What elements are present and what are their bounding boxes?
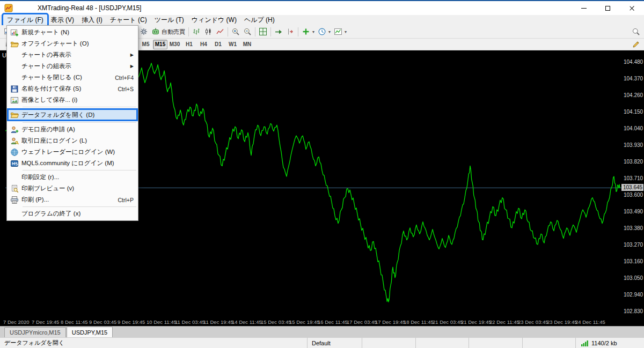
menu-insert[interactable]: 挿入 (I) bbox=[78, 15, 106, 25]
file-menu-item-8[interactable]: データフォルダを開く (D) bbox=[7, 108, 138, 121]
timeframe-w1[interactable]: W1 bbox=[225, 40, 240, 49]
menu-charts[interactable]: チャート (C) bbox=[106, 15, 151, 25]
maximize-button[interactable] bbox=[596, 1, 620, 15]
time-tick-label: 11 Dec 03:45 bbox=[175, 319, 205, 325]
maximize-icon bbox=[605, 6, 610, 11]
file-menu-item-3[interactable]: チャートの組表示▶ bbox=[7, 61, 138, 72]
minimize-icon bbox=[581, 8, 587, 9]
menu-view[interactable]: 表示 (V) bbox=[47, 15, 78, 25]
templates-button[interactable]: ▾ bbox=[332, 26, 348, 37]
timeframe-h1[interactable]: H1 bbox=[182, 40, 196, 49]
menu-item-label: 印刷プレビュー (v) bbox=[21, 184, 134, 192]
status-hint-text: データフォルダを開く bbox=[0, 338, 307, 348]
file-menu-item-12[interactable]: ウェブトレーダーにログイン (W) bbox=[7, 146, 138, 158]
menu-window[interactable]: ウィンドウ (W) bbox=[188, 15, 240, 25]
account-new-icon-slot bbox=[7, 125, 21, 134]
menu-item-label: チャートを閉じる (C) bbox=[21, 73, 111, 82]
time-axis[interactable]: 7 Dec 20207 Dec 19:458 Dec 11:459 Dec 03… bbox=[0, 318, 644, 326]
bar-chart-button[interactable] bbox=[191, 26, 202, 37]
file-menu-item-11[interactable]: 取引口座にログイン (L) bbox=[7, 135, 138, 146]
search-icon bbox=[632, 27, 640, 36]
candlestick-chart-button[interactable] bbox=[202, 26, 214, 37]
status-profile[interactable]: Default bbox=[307, 338, 362, 348]
auto-scroll-icon bbox=[274, 27, 283, 36]
time-tick-label: 9 Dec 03:45 bbox=[89, 319, 116, 325]
timeframe-mn[interactable]: MN bbox=[240, 40, 254, 49]
price-tick-label: 103.380 bbox=[624, 225, 643, 231]
zoom-in-button[interactable] bbox=[230, 26, 241, 37]
auto-scroll-button[interactable] bbox=[273, 26, 284, 37]
price-axis[interactable]: 104.480104.370104.260104.150104.040103.9… bbox=[621, 51, 644, 317]
save-icon-slot bbox=[7, 85, 21, 93]
menu-tools[interactable]: ツール (T) bbox=[151, 15, 188, 25]
edit-button[interactable] bbox=[630, 39, 642, 50]
time-tick-label: 16 Dec 11:45 bbox=[318, 319, 348, 325]
dropdown-caret-icon: ▾ bbox=[312, 29, 314, 34]
autotrading-button[interactable]: 自動売買 bbox=[150, 26, 187, 37]
periods-button[interactable]: ▾ bbox=[316, 26, 332, 37]
account-login-icon bbox=[10, 137, 19, 145]
indicators-button[interactable]: ▾ bbox=[300, 26, 316, 37]
price-tick-label: 103.050 bbox=[624, 275, 643, 281]
status-empty-segment bbox=[362, 338, 415, 348]
open-folder-icon bbox=[10, 110, 19, 119]
tile-windows-button[interactable] bbox=[257, 26, 269, 37]
status-connection: 1140/2 kb bbox=[575, 338, 644, 348]
options-button[interactable] bbox=[138, 26, 150, 37]
time-tick-label: 23 Dec 03:45 bbox=[518, 319, 548, 325]
file-menu-item-19[interactable]: プログラムの終了 (x) bbox=[7, 208, 138, 219]
timeframe-m30[interactable]: M30 bbox=[167, 40, 182, 49]
new-chart-icon bbox=[10, 28, 19, 37]
file-menu-item-1[interactable]: オフラインチャート (O) bbox=[7, 38, 138, 49]
menu-separator bbox=[23, 107, 136, 107]
menu-item-label: 画像として保存... (i) bbox=[21, 96, 134, 104]
file-menu-item-17[interactable]: 印刷 (P)...Ctrl+P bbox=[7, 194, 138, 205]
menu-item-shortcut: Ctrl+P bbox=[118, 197, 134, 203]
menu-item-label: デモ口座の申請 (A) bbox=[21, 125, 134, 134]
file-menu-item-10[interactable]: デモ口座の申請 (A) bbox=[7, 124, 138, 135]
printer-icon bbox=[10, 196, 19, 204]
file-menu-item-4[interactable]: チャートを閉じる (C)Ctrl+F4 bbox=[7, 72, 138, 83]
close-button[interactable] bbox=[620, 1, 644, 15]
file-menu-item-16[interactable]: 印刷プレビュー (v) bbox=[7, 183, 138, 194]
webtrader-icon-slot bbox=[7, 148, 21, 157]
dropdown-caret-icon: ▾ bbox=[345, 29, 347, 34]
open-folder-icon-slot bbox=[7, 110, 21, 119]
file-menu-item-6[interactable]: 画像として保存... (i) bbox=[7, 94, 138, 106]
price-tick-label: 104.480 bbox=[624, 59, 643, 65]
minimize-button[interactable] bbox=[572, 1, 596, 15]
line-chart-button[interactable] bbox=[214, 26, 226, 37]
search-button[interactable] bbox=[630, 26, 642, 37]
file-menu-item-0[interactable]: 新規チャート (N) bbox=[7, 27, 138, 38]
timeframe-m5[interactable]: M5 bbox=[138, 40, 153, 49]
file-menu-item-2[interactable]: チャートの再表示▶ bbox=[7, 49, 138, 61]
chart-tab-1[interactable]: USDJPY,M15 bbox=[67, 327, 113, 337]
timeframe-m15[interactable]: M15 bbox=[153, 40, 167, 49]
current-price-badge: 103.645 bbox=[621, 184, 643, 191]
time-tick-label: 14 Dec 11:45 bbox=[232, 319, 262, 325]
toolbar-separator bbox=[298, 27, 298, 36]
price-tick-label: 102.940 bbox=[624, 292, 643, 298]
menu-separator bbox=[23, 206, 136, 207]
menu-help[interactable]: ヘルプ (H) bbox=[240, 15, 279, 25]
periods-icon bbox=[318, 27, 326, 36]
zoom-out-icon bbox=[243, 27, 252, 36]
zoom-out-button[interactable] bbox=[241, 26, 253, 37]
chart-shift-button[interactable] bbox=[284, 26, 296, 37]
time-tick-label: 10 Dec 11:45 bbox=[147, 319, 177, 325]
chart-tab-0[interactable]: USDJPYmicro,M15 bbox=[4, 327, 66, 337]
menu-item-label: 取引口座にログイン (L) bbox=[21, 137, 134, 145]
file-menu-item-13[interactable]: MQL5.community にログイン (M) bbox=[7, 158, 138, 169]
toolbar-separator bbox=[228, 27, 228, 36]
timeframe-d1[interactable]: D1 bbox=[211, 40, 225, 49]
save-icon bbox=[10, 85, 19, 93]
file-menu-item-15[interactable]: 印刷設定 (r)... bbox=[7, 172, 138, 183]
time-tick-label: 15 Dec 19:45 bbox=[289, 319, 320, 325]
file-menu-item-5[interactable]: 名前を付けて保存 (S)Ctrl+S bbox=[7, 83, 138, 94]
app-window: XMTrading-Real 48 - [USDJPY,M15] ファイル (F… bbox=[0, 0, 644, 348]
menu-item-label: プログラムの終了 (x) bbox=[21, 210, 134, 218]
status-empty-segment bbox=[522, 338, 576, 348]
menu-file[interactable]: ファイル (F) bbox=[3, 15, 47, 25]
timeframe-h4[interactable]: H4 bbox=[196, 40, 211, 49]
menu-item-shortcut: Ctrl+F4 bbox=[115, 75, 134, 81]
